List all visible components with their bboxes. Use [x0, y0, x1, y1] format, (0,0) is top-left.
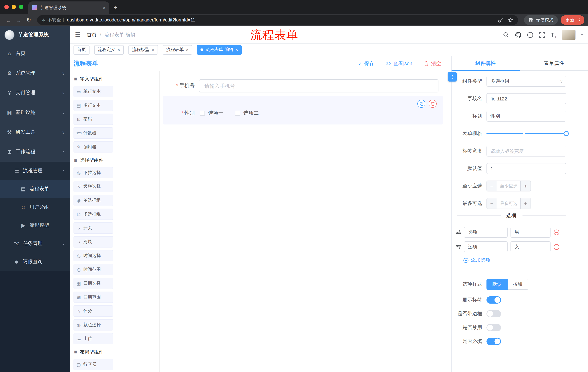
palette-item-row[interactable]: ▢行容器 [74, 359, 113, 370]
minus-button[interactable]: − [487, 181, 497, 191]
browser-tab[interactable]: 芋道管理系统 × [28, 1, 109, 14]
grid-slider[interactable] [486, 128, 566, 139]
hamburger-icon[interactable]: ☰ [75, 31, 81, 39]
reload-button[interactable]: ↻ [24, 15, 33, 25]
font-size-icon[interactable]: T ↕ [551, 32, 556, 38]
avatar-caret-icon[interactable]: ▾ [581, 33, 583, 37]
tag-flow-form-edit[interactable]: 流程表单-编辑 × [197, 45, 242, 54]
tag-close-icon[interactable]: × [186, 47, 189, 52]
default-value-input[interactable] [486, 163, 566, 174]
palette-item-time-range[interactable]: ◴时间范围 [74, 264, 113, 275]
update-button[interactable]: 更新 ⋮ [561, 15, 584, 25]
title-input[interactable] [486, 111, 566, 122]
palette-item-counter[interactable]: 123计数器 [74, 128, 113, 139]
window-minimize-button[interactable] [12, 5, 16, 9]
required-toggle[interactable] [486, 338, 501, 345]
tab-close-icon[interactable]: × [103, 5, 105, 10]
delete-field-button[interactable] [429, 100, 437, 108]
disabled-toggle[interactable] [486, 324, 501, 331]
window-zoom-button[interactable] [19, 5, 23, 9]
sidebar-item-flow-manage[interactable]: ☰ 流程管理 ∧ [0, 162, 70, 180]
sidebar-item-home[interactable]: ⌂ 首页 [0, 44, 70, 63]
tab-component-props[interactable]: 组件属性 [452, 56, 520, 70]
avatar[interactable] [562, 30, 576, 40]
tag-flow-model[interactable]: 流程模型 × [128, 45, 158, 54]
sidebar-item-task-manage[interactable]: ⌥ 任务管理 ∨ [0, 234, 70, 253]
palette-item-rate[interactable]: ☆评分 [74, 305, 113, 317]
palette-item-select[interactable]: ◎下拉选择 [74, 167, 113, 178]
style-default-button[interactable]: 默认 [486, 279, 508, 290]
palette-item-checkbox-group[interactable]: ☑多选框组 [74, 209, 113, 220]
tag-close-icon[interactable]: × [235, 47, 238, 52]
save-button[interactable]: ✓ 保存 [358, 60, 374, 67]
remove-option-button[interactable] [553, 244, 560, 250]
drag-handle-icon[interactable] [456, 244, 461, 249]
copy-field-button[interactable] [417, 100, 425, 108]
minus-button[interactable]: − [487, 198, 497, 209]
checkbox[interactable] [235, 111, 240, 116]
sidebar-item-system[interactable]: ⚙ 系统管理 ∨ [0, 63, 70, 83]
palette-item-password[interactable]: ⊡密码 [74, 114, 113, 125]
clear-button[interactable]: 清空 [424, 60, 441, 67]
option-value-input[interactable] [511, 227, 551, 238]
option-label-input[interactable] [464, 241, 508, 252]
component-type-select[interactable]: 多选框组 ∨ [486, 76, 566, 87]
palette-item-slider[interactable]: ⊸滑块 [74, 236, 113, 247]
tab-form-props[interactable]: 表单属性 [520, 56, 588, 70]
canvas-field-phone[interactable]: *手机号 [163, 79, 443, 93]
security-chip[interactable]: ⚠ 不安全 | [42, 17, 64, 23]
breadcrumb-home[interactable]: 首页 [87, 32, 97, 38]
sidebar-item-payment[interactable]: ¥ 支付管理 ∨ [0, 83, 70, 103]
search-icon[interactable] [503, 32, 509, 38]
palette-item-time[interactable]: ◷时间选择 [74, 250, 113, 261]
palette-item-switch[interactable]: ◑开关 [74, 223, 113, 234]
palette-item-editor[interactable]: ✎编辑器 [74, 141, 113, 152]
add-option-button[interactable]: 添加选项 [463, 256, 566, 265]
sidebar-item-flow-model[interactable]: ▶ 流程模型 [0, 216, 70, 234]
option-value-input[interactable] [511, 241, 551, 252]
tag-close-icon[interactable]: × [117, 47, 120, 52]
tag-flow-form[interactable]: 流程表单 × [163, 45, 192, 54]
remove-option-button[interactable] [553, 229, 560, 235]
palette-item-textarea[interactable]: ▤多行文本 [74, 100, 113, 111]
forward-button[interactable]: → [14, 15, 23, 25]
palette-item-input-text[interactable]: ▭单行文本 [74, 86, 113, 97]
back-button[interactable]: ← [4, 15, 13, 25]
option-label-input[interactable] [464, 227, 508, 238]
phone-input[interactable] [199, 79, 439, 93]
palette-item-cascader[interactable]: ⌥级联选择 [74, 181, 113, 192]
github-icon[interactable] [515, 32, 521, 38]
palette-item-color[interactable]: ◍颜色选择 [74, 319, 113, 330]
palette-item-upload[interactable]: ☁上传 [74, 333, 113, 344]
max-select-input[interactable] [497, 198, 520, 209]
canvas-field-gender-selected[interactable]: *性别 选项一 选项二 [163, 96, 443, 125]
drag-handle-icon[interactable] [456, 230, 461, 235]
link-icon[interactable] [448, 72, 457, 82]
help-icon[interactable]: ? [527, 32, 533, 38]
plus-button[interactable]: + [520, 181, 531, 191]
fullscreen-icon[interactable] [539, 32, 545, 38]
address-bar[interactable]: ⚠ 不安全 | dashboard.yudao.iocoder.cn/bpm/m… [37, 15, 518, 25]
style-button-button[interactable]: 按钮 [508, 279, 528, 290]
border-toggle[interactable] [486, 310, 501, 317]
gender-option-1[interactable]: 选项一 [200, 110, 223, 117]
tag-flow-definition[interactable]: 流程定义 × [94, 45, 124, 54]
min-select-input[interactable] [497, 181, 520, 191]
sidebar-item-user-group[interactable]: ☺ 用户分组 [0, 198, 70, 216]
bookmark-star-icon[interactable] [507, 17, 514, 23]
palette-item-date[interactable]: ▦日期选择 [74, 278, 113, 289]
show-label-toggle[interactable] [486, 296, 501, 304]
browser-menu-icon[interactable]: ⋮ [577, 17, 582, 23]
sidebar-item-leave-query[interactable]: ☻ 请假查询 [0, 253, 70, 271]
palette-item-radio-group[interactable]: ◉单选框组 [74, 195, 113, 206]
sidebar-logo[interactable]: 芋道管理系统 [0, 26, 70, 44]
password-key-icon[interactable] [497, 17, 504, 23]
sidebar-item-workflow[interactable]: ⊞ 工作流程 ∧ [0, 142, 70, 162]
field-name-input[interactable] [486, 93, 566, 104]
label-width-input[interactable] [486, 146, 566, 157]
tag-home[interactable]: 首页 [74, 45, 90, 54]
sidebar-item-infra[interactable]: ▦ 基础设施 ∨ [0, 103, 70, 122]
plus-button[interactable]: + [520, 198, 531, 209]
new-tab-button[interactable]: + [114, 4, 117, 11]
palette-item-date-range[interactable]: ▩日期范围 [74, 292, 113, 303]
